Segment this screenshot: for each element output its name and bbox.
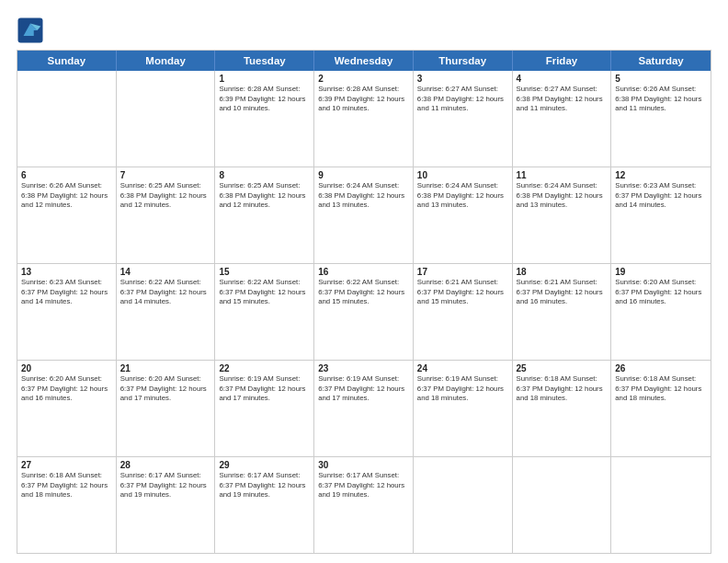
calendar-cell: 29Sunrise: 6:17 AM Sunset: 6:37 PM Dayli… xyxy=(215,457,314,553)
cell-day-number: 3 xyxy=(417,74,508,84)
cell-daylight-info: Sunrise: 6:18 AM Sunset: 6:37 PM Dayligh… xyxy=(21,471,112,500)
calendar-row: 1Sunrise: 6:28 AM Sunset: 6:39 PM Daylig… xyxy=(17,71,711,167)
cell-day-number: 9 xyxy=(318,170,409,180)
cell-daylight-info: Sunrise: 6:27 AM Sunset: 6:38 PM Dayligh… xyxy=(417,85,508,114)
cell-day-number: 1 xyxy=(219,74,310,84)
cell-day-number: 18 xyxy=(517,267,608,277)
cell-day-number: 20 xyxy=(21,363,112,373)
cell-day-number: 13 xyxy=(21,267,112,277)
calendar-cell: 23Sunrise: 6:19 AM Sunset: 6:37 PM Dayli… xyxy=(314,361,414,456)
cell-day-number: 26 xyxy=(615,363,707,373)
cell-day-number: 23 xyxy=(318,363,409,373)
calendar-cell: 17Sunrise: 6:21 AM Sunset: 6:37 PM Dayli… xyxy=(414,264,513,360)
calendar-header-cell: Friday xyxy=(513,51,612,71)
calendar-cell xyxy=(611,457,711,553)
calendar-header-cell: Tuesday xyxy=(215,51,314,71)
calendar-header-cell: Sunday xyxy=(17,51,117,71)
calendar-cell: 9Sunrise: 6:24 AM Sunset: 6:38 PM Daylig… xyxy=(314,167,414,263)
cell-day-number: 29 xyxy=(219,460,310,470)
calendar-cell: 26Sunrise: 6:18 AM Sunset: 6:37 PM Dayli… xyxy=(611,361,711,456)
calendar-cell: 28Sunrise: 6:17 AM Sunset: 6:37 PM Dayli… xyxy=(117,457,216,553)
calendar-cell: 22Sunrise: 6:19 AM Sunset: 6:37 PM Dayli… xyxy=(215,361,314,456)
cell-daylight-info: Sunrise: 6:18 AM Sunset: 6:37 PM Dayligh… xyxy=(615,374,707,404)
cell-daylight-info: Sunrise: 6:17 AM Sunset: 6:37 PM Dayligh… xyxy=(120,471,211,500)
calendar-cell: 18Sunrise: 6:21 AM Sunset: 6:37 PM Dayli… xyxy=(513,264,612,360)
cell-day-number: 14 xyxy=(120,267,211,277)
calendar-cell xyxy=(117,71,216,167)
page-header xyxy=(17,17,711,44)
calendar-cell xyxy=(414,457,513,553)
calendar-cell: 19Sunrise: 6:20 AM Sunset: 6:37 PM Dayli… xyxy=(611,264,711,360)
calendar-cell: 13Sunrise: 6:23 AM Sunset: 6:37 PM Dayli… xyxy=(17,264,117,360)
cell-day-number: 22 xyxy=(219,363,310,373)
logo-icon xyxy=(17,17,44,44)
cell-daylight-info: Sunrise: 6:17 AM Sunset: 6:37 PM Dayligh… xyxy=(318,471,409,500)
cell-daylight-info: Sunrise: 6:26 AM Sunset: 6:38 PM Dayligh… xyxy=(615,85,707,114)
calendar-cell: 10Sunrise: 6:24 AM Sunset: 6:38 PM Dayli… xyxy=(414,167,513,263)
cell-daylight-info: Sunrise: 6:22 AM Sunset: 6:37 PM Dayligh… xyxy=(318,278,409,307)
cell-day-number: 30 xyxy=(318,460,409,470)
calendar-cell: 12Sunrise: 6:23 AM Sunset: 6:37 PM Dayli… xyxy=(611,167,711,263)
cell-daylight-info: Sunrise: 6:24 AM Sunset: 6:38 PM Dayligh… xyxy=(517,181,608,211)
cell-daylight-info: Sunrise: 6:23 AM Sunset: 6:37 PM Dayligh… xyxy=(615,181,707,211)
calendar-cell: 1Sunrise: 6:28 AM Sunset: 6:39 PM Daylig… xyxy=(215,71,314,167)
cell-daylight-info: Sunrise: 6:22 AM Sunset: 6:37 PM Dayligh… xyxy=(120,278,211,307)
calendar: SundayMondayTuesdayWednesdayThursdayFrid… xyxy=(17,50,711,554)
cell-daylight-info: Sunrise: 6:18 AM Sunset: 6:37 PM Dayligh… xyxy=(517,374,608,404)
calendar-body: 1Sunrise: 6:28 AM Sunset: 6:39 PM Daylig… xyxy=(17,71,711,553)
calendar-row: 20Sunrise: 6:20 AM Sunset: 6:37 PM Dayli… xyxy=(17,361,711,457)
cell-day-number: 27 xyxy=(21,460,112,470)
cell-daylight-info: Sunrise: 6:25 AM Sunset: 6:38 PM Dayligh… xyxy=(219,181,310,211)
calendar-cell: 15Sunrise: 6:22 AM Sunset: 6:37 PM Dayli… xyxy=(215,264,314,360)
calendar-cell xyxy=(17,71,117,167)
cell-day-number: 6 xyxy=(21,170,112,180)
cell-daylight-info: Sunrise: 6:20 AM Sunset: 6:37 PM Dayligh… xyxy=(120,374,211,404)
cell-day-number: 17 xyxy=(417,267,508,277)
cell-daylight-info: Sunrise: 6:24 AM Sunset: 6:38 PM Dayligh… xyxy=(318,181,409,211)
cell-day-number: 16 xyxy=(318,267,409,277)
calendar-row: 6Sunrise: 6:26 AM Sunset: 6:38 PM Daylig… xyxy=(17,167,711,264)
calendar-cell: 5Sunrise: 6:26 AM Sunset: 6:38 PM Daylig… xyxy=(611,71,711,167)
cell-daylight-info: Sunrise: 6:17 AM Sunset: 6:37 PM Dayligh… xyxy=(219,471,310,500)
calendar-cell: 14Sunrise: 6:22 AM Sunset: 6:37 PM Dayli… xyxy=(117,264,216,360)
calendar-cell: 20Sunrise: 6:20 AM Sunset: 6:37 PM Dayli… xyxy=(17,361,117,456)
logo xyxy=(17,17,48,44)
cell-day-number: 8 xyxy=(219,170,310,180)
cell-daylight-info: Sunrise: 6:19 AM Sunset: 6:37 PM Dayligh… xyxy=(219,374,310,404)
calendar-cell: 16Sunrise: 6:22 AM Sunset: 6:37 PM Dayli… xyxy=(314,264,414,360)
cell-daylight-info: Sunrise: 6:21 AM Sunset: 6:37 PM Dayligh… xyxy=(417,278,508,307)
cell-daylight-info: Sunrise: 6:21 AM Sunset: 6:37 PM Dayligh… xyxy=(517,278,608,307)
cell-day-number: 2 xyxy=(318,74,409,84)
cell-daylight-info: Sunrise: 6:28 AM Sunset: 6:39 PM Dayligh… xyxy=(219,85,310,114)
calendar-header-cell: Monday xyxy=(117,51,216,71)
cell-day-number: 24 xyxy=(417,363,508,373)
cell-daylight-info: Sunrise: 6:26 AM Sunset: 6:38 PM Dayligh… xyxy=(21,181,112,211)
cell-day-number: 19 xyxy=(615,267,707,277)
calendar-cell: 27Sunrise: 6:18 AM Sunset: 6:37 PM Dayli… xyxy=(17,457,117,553)
calendar-cell: 4Sunrise: 6:27 AM Sunset: 6:38 PM Daylig… xyxy=(513,71,612,167)
cell-daylight-info: Sunrise: 6:27 AM Sunset: 6:38 PM Dayligh… xyxy=(517,85,608,114)
cell-day-number: 10 xyxy=(417,170,508,180)
calendar-header-cell: Wednesday xyxy=(314,51,414,71)
calendar-cell: 8Sunrise: 6:25 AM Sunset: 6:38 PM Daylig… xyxy=(215,167,314,263)
calendar-header-row: SundayMondayTuesdayWednesdayThursdayFrid… xyxy=(17,51,711,71)
cell-day-number: 28 xyxy=(120,460,211,470)
calendar-row: 13Sunrise: 6:23 AM Sunset: 6:37 PM Dayli… xyxy=(17,264,711,361)
cell-daylight-info: Sunrise: 6:22 AM Sunset: 6:37 PM Dayligh… xyxy=(219,278,310,307)
cell-day-number: 5 xyxy=(615,74,707,84)
cell-day-number: 11 xyxy=(517,170,608,180)
calendar-cell xyxy=(513,457,612,553)
calendar-cell: 3Sunrise: 6:27 AM Sunset: 6:38 PM Daylig… xyxy=(414,71,513,167)
cell-daylight-info: Sunrise: 6:23 AM Sunset: 6:37 PM Dayligh… xyxy=(21,278,112,307)
cell-daylight-info: Sunrise: 6:24 AM Sunset: 6:38 PM Dayligh… xyxy=(417,181,508,211)
calendar-cell: 30Sunrise: 6:17 AM Sunset: 6:37 PM Dayli… xyxy=(314,457,414,553)
cell-day-number: 12 xyxy=(615,170,707,180)
cell-daylight-info: Sunrise: 6:25 AM Sunset: 6:38 PM Dayligh… xyxy=(120,181,211,211)
calendar-row: 27Sunrise: 6:18 AM Sunset: 6:37 PM Dayli… xyxy=(17,457,711,553)
cell-daylight-info: Sunrise: 6:28 AM Sunset: 6:39 PM Dayligh… xyxy=(318,85,409,114)
cell-daylight-info: Sunrise: 6:19 AM Sunset: 6:37 PM Dayligh… xyxy=(318,374,409,404)
cell-daylight-info: Sunrise: 6:20 AM Sunset: 6:37 PM Dayligh… xyxy=(615,278,707,307)
calendar-header-cell: Saturday xyxy=(611,51,711,71)
cell-daylight-info: Sunrise: 6:20 AM Sunset: 6:37 PM Dayligh… xyxy=(21,374,112,404)
cell-day-number: 15 xyxy=(219,267,310,277)
